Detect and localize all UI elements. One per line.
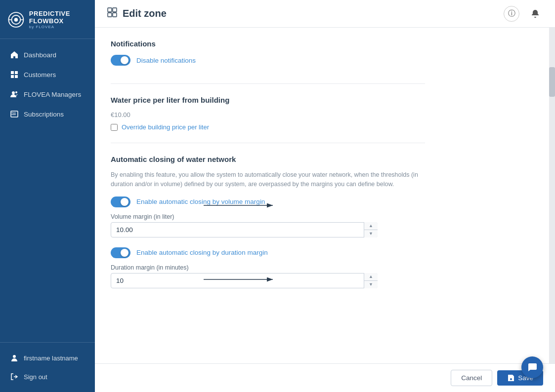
sidebar-label-customers: Customers [24, 71, 56, 78]
volume-toggle-label: Enable automatic closing by volume margi… [136, 198, 265, 205]
disable-notifications-toggle[interactable] [111, 55, 130, 66]
sidebar-item-customers[interactable]: Customers [0, 65, 95, 84]
duration-margin-input[interactable] [111, 273, 378, 288]
water-price-section: Water price per liter from building €10.… [111, 84, 425, 143]
override-price-row: Override building price per liter [111, 123, 425, 131]
table-icon [10, 70, 19, 79]
svg-point-15 [12, 114, 13, 115]
auto-closing-section: Automatic closing of water network By en… [111, 143, 425, 300]
notifications-section: Notifications Disable notifications [111, 28, 425, 84]
duration-spinner-down[interactable]: ▼ [364, 281, 378, 288]
user-avatar-icon [10, 353, 19, 362]
sidebar-item-flovea-managers[interactable]: FLOVEA Managers [0, 84, 95, 104]
bottom-bar: Cancel Save [95, 363, 555, 392]
home-icon [10, 50, 19, 59]
svg-rect-8 [15, 75, 18, 78]
duration-spinner-up[interactable]: ▲ [364, 273, 378, 281]
svg-rect-21 [113, 13, 117, 17]
svg-point-9 [12, 91, 15, 94]
sidebar-label-dashboard: Dashboard [24, 51, 56, 59]
auto-closing-desc: By enabling this feature, you allow the … [111, 170, 425, 190]
volume-toggle-row: Enable automatic closing by volume margi… [111, 196, 425, 207]
sign-out-icon [10, 372, 19, 381]
users-icon [10, 90, 19, 99]
sidebar-footer: firstname lastname Sign out [0, 342, 95, 392]
svg-rect-6 [15, 71, 18, 74]
volume-margin-toggle[interactable] [111, 196, 130, 207]
notifications-title: Notifications [111, 39, 425, 48]
user-name: firstname lastname [24, 354, 78, 362]
scroll-thumb[interactable] [549, 67, 555, 97]
page-title: Edit zone [123, 8, 167, 19]
svg-point-14 [12, 113, 13, 114]
svg-rect-18 [108, 8, 112, 12]
main-content: Edit zone ⓘ [95, 0, 555, 392]
duration-margin-group: Duration margin (in minutes) ▲ ▼ [111, 264, 425, 288]
app-sub: by FLOVEA [29, 25, 87, 29]
notification-button[interactable] [527, 6, 543, 22]
edit-zone-icon [107, 7, 118, 20]
sidebar-label-subscriptions: Subscriptions [24, 111, 64, 118]
svg-point-16 [13, 355, 16, 358]
sidebar-item-dashboard[interactable]: Dashboard [0, 45, 95, 65]
override-price-label[interactable]: Override building price per liter [122, 123, 209, 131]
duration-toggle-row: Enable automatic closing by duration mar… [111, 247, 425, 258]
volume-margin-input[interactable] [111, 222, 378, 237]
duration-toggle-label: Enable automatic closing by duration mar… [136, 249, 268, 256]
form-panel: Notifications Disable notifications [95, 28, 549, 363]
topbar: Edit zone ⓘ [95, 0, 555, 28]
auto-closing-title: Automatic closing of water network [111, 155, 425, 163]
content-area: Notifications Disable notifications [95, 28, 555, 363]
cancel-button[interactable]: Cancel [451, 370, 492, 386]
info-button[interactable]: ⓘ [504, 6, 519, 22]
svg-rect-7 [11, 75, 14, 78]
sign-out-button[interactable]: Sign out [0, 367, 95, 386]
duration-margin-label: Duration margin (in minutes) [111, 264, 425, 271]
volume-margin-group: Volume margin (in liter) ▲ ▼ [111, 213, 425, 237]
duration-margin-input-wrap: ▲ ▼ [111, 273, 378, 288]
sidebar: PREDICTIVE FLOWBOX by FLOVEA Dashboard C… [0, 0, 95, 392]
duration-margin-toggle[interactable] [111, 247, 130, 258]
app-name: PREDICTIVE FLOWBOX [29, 10, 87, 25]
svg-rect-5 [11, 71, 14, 74]
volume-spinner-up[interactable]: ▲ [364, 222, 378, 230]
logo-icon [8, 9, 24, 31]
sidebar-nav: Dashboard Customers FLOVEA Managers Subs… [0, 39, 95, 342]
water-price-title: Water price per liter from building [111, 96, 425, 104]
scroll-indicator [549, 28, 555, 363]
sidebar-label-flovea-managers: FLOVEA Managers [24, 91, 81, 98]
override-price-checkbox[interactable] [111, 124, 118, 131]
volume-margin-input-wrap: ▲ ▼ [111, 222, 378, 237]
info-icon: ⓘ [508, 9, 515, 18]
price-value: €10.00 [111, 111, 425, 118]
subscriptions-icon [10, 110, 19, 118]
disable-notifications-row: Disable notifications [111, 55, 425, 66]
user-info: firstname lastname [0, 349, 95, 367]
sidebar-item-subscriptions[interactable]: Subscriptions [0, 104, 95, 124]
sidebar-logo: PREDICTIVE FLOWBOX by FLOVEA [0, 0, 95, 39]
svg-rect-11 [11, 111, 18, 117]
svg-rect-19 [113, 8, 117, 12]
bell-icon [531, 9, 540, 18]
svg-point-2 [14, 18, 18, 21]
disable-notifications-label: Disable notifications [136, 57, 196, 64]
chat-fab-button[interactable] [521, 356, 543, 378]
save-icon [507, 374, 514, 382]
form-content: Notifications Disable notifications [95, 28, 441, 310]
svg-point-10 [15, 91, 17, 93]
volume-spinner-down[interactable]: ▼ [364, 230, 378, 237]
chat-icon [527, 362, 538, 373]
sign-out-label: Sign out [24, 373, 47, 381]
svg-rect-20 [108, 13, 112, 17]
volume-margin-label: Volume margin (in liter) [111, 213, 425, 220]
